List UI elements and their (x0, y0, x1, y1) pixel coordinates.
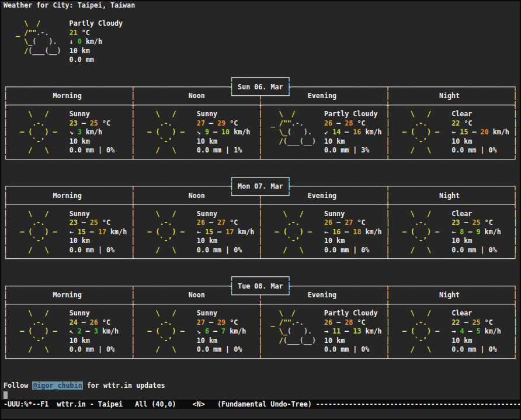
text-segment (193, 345, 197, 353)
text-segment (193, 146, 197, 154)
text-segment: 10 km (451, 137, 472, 145)
forecast-cell-sun-noon: / \ 0.0 mm | 1% (135, 146, 258, 154)
text-segment (4, 47, 12, 55)
text-segment: Sunny (197, 210, 217, 218)
text-segment: 0.0 mm | 0% (70, 146, 114, 154)
table-border: │ (385, 92, 390, 100)
twitter-handle-link[interactable]: @igor_chubin (32, 381, 82, 390)
text-segment (4, 37, 12, 46)
forecast-cell-mon-noon: \ / Sunny (135, 210, 258, 218)
text-segment (65, 47, 70, 55)
text-segment: 10 km (324, 237, 345, 245)
text-segment (390, 228, 394, 236)
text-segment: 10 km (70, 47, 90, 55)
text-segment (193, 119, 197, 127)
text-segment (369, 345, 385, 353)
table-border: │ (385, 291, 390, 299)
table-border: │ (513, 291, 517, 299)
text-segment (320, 309, 324, 317)
text-segment (4, 65, 8, 73)
text-segment (114, 345, 131, 353)
table-border: │ (513, 92, 517, 100)
text-segment: – (205, 318, 217, 327)
text-segment (497, 345, 513, 353)
text-segment: \_ (267, 128, 287, 136)
text-segment: ― ( ) ― (394, 228, 447, 236)
table-border: │ (4, 318, 8, 327)
text-segment: – (464, 228, 476, 236)
forecast-cell-mon-night: \ / Clear (390, 210, 513, 218)
text-segment: `-’ (139, 137, 192, 145)
text-segment (390, 237, 394, 245)
text-segment: Morning (8, 92, 131, 100)
text-segment: → (324, 327, 332, 335)
text-segment: \ / (12, 19, 65, 27)
text-segment (390, 246, 394, 254)
text-segment: °C (481, 218, 493, 227)
text-segment (390, 146, 394, 154)
text-segment: ( ). (287, 128, 320, 136)
text-segment (114, 246, 131, 254)
text-segment (320, 110, 324, 118)
text-segment (4, 363, 8, 372)
table-border: │ (386, 218, 390, 227)
forecast-content-row: │ / \ 0.0 mm | 0% │ / \ 0.0 mm | 0% │ / … (1, 246, 520, 255)
forecast-cell-mon-morning: .-. 23 – 25 °C (8, 218, 131, 227)
table-border: │ (513, 237, 517, 245)
text-segment: 0 (78, 37, 82, 46)
text-segment (320, 218, 324, 227)
text-segment (65, 210, 70, 218)
table-border: ├──────────────────────────────┼────────… (4, 300, 517, 308)
text-segment (345, 210, 385, 218)
text-segment: ↙ (324, 128, 332, 136)
text-segment: `-’ (394, 137, 447, 145)
table-border: │ (4, 128, 8, 136)
text-segment: \ / (139, 110, 192, 118)
text-segment: / \ (394, 246, 447, 254)
forecast-cell-sun-night: \ / Clear (390, 110, 513, 118)
text-segment: 26 (197, 218, 205, 227)
blank-line (1, 164, 520, 173)
text-segment (65, 237, 70, 245)
text-segment: ― ( ) ― (12, 327, 65, 335)
text-segment: ← (451, 128, 460, 136)
text-segment (365, 318, 385, 327)
forecast-cell-tue-noon: ― ( ) ― ↘ 6 – 7 km/h (135, 327, 258, 335)
text-segment: ↘ (70, 128, 78, 136)
forecast-cell-mon-evening: / \ 0.0 mm | 0% (262, 246, 385, 254)
text-segment (217, 210, 258, 218)
text-segment: °C (98, 119, 110, 127)
text-segment (102, 128, 131, 136)
table-border: │ (513, 309, 517, 317)
text-segment (320, 146, 324, 154)
weather-report: \ / Partly Cloudy _ /"".-. 21 °C \_( ). … (1, 11, 520, 382)
table-border: ├──────────────────────────────┼────────… (4, 101, 517, 109)
forecast-cell-sun-noon: ― ( ) ― ↘ 9 – 10 km/h (135, 128, 258, 136)
forecast-cell-tue-morning: / \ 0.0 mm | 0% (8, 345, 131, 353)
forecast-cell-mon-noon: `-’ 10 km (135, 237, 258, 245)
text-segment: km/h (106, 228, 127, 236)
text-segment (193, 218, 197, 227)
text-segment: (___(__) (28, 47, 65, 55)
text-segment: km/h (230, 128, 250, 136)
text-segment: / \ (12, 246, 65, 254)
text-segment: 6 (205, 327, 209, 335)
text-segment (242, 146, 258, 154)
forecast-cell-tue-evening: 0.0 mm | 0% (262, 345, 385, 353)
text-segment: Night (390, 192, 513, 200)
table-border: │ (513, 218, 517, 227)
forecast-cell-tue-noon: `-’ 10 km (135, 336, 258, 345)
table-border: │ (4, 210, 8, 218)
echo-area[interactable] (1, 409, 520, 419)
forecast-cell-mon-evening: \ / Sunny (262, 210, 385, 218)
forecast-cell-tue-morning: \ / Sunny (8, 309, 131, 317)
text-segment: _ /"" (12, 29, 36, 37)
text-segment (497, 146, 513, 154)
forecast-content-row: │ .-. 24 – 26 °C │ .-. 27 – 29 °C │ _ /"… (1, 318, 520, 328)
text-segment: 29 (217, 119, 225, 127)
table-border: │ (386, 318, 390, 327)
text-segment: ( ). (32, 37, 65, 46)
text-segment (472, 309, 513, 317)
emacs-modeline[interactable]: -UUU:%*--F1 wttr.in - Taipei All (40,0) … (1, 400, 520, 409)
text-segment: 28 (345, 119, 353, 127)
